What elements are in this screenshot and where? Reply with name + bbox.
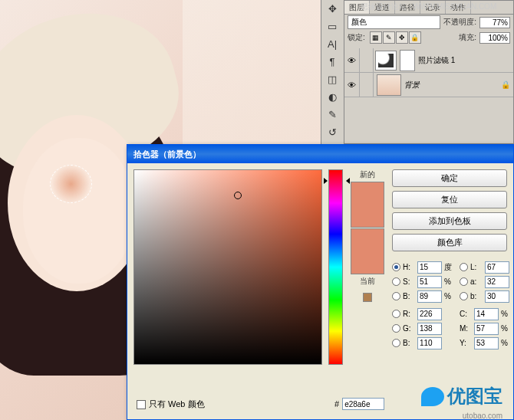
color-lib-button[interactable]: 颜色库: [392, 234, 507, 251]
lock-icon: 🔒: [501, 80, 510, 89]
web-only-checkbox-row[interactable]: 只有 Web 颜色: [137, 399, 205, 410]
b-input[interactable]: [417, 290, 442, 303]
tool-cursor-icon[interactable]: ✥: [321, 0, 343, 18]
lock-label: 锁定:: [348, 32, 365, 43]
web-only-label: 只有 Web 颜色: [149, 399, 205, 410]
y-input[interactable]: [474, 337, 499, 349]
c-input[interactable]: [474, 308, 499, 320]
tools-strip: ✥ ▭ A| ¶ ◫ ◐ ✎ ↺: [321, 0, 344, 144]
radio-bb[interactable]: [392, 339, 400, 347]
g-input[interactable]: [417, 323, 442, 335]
selection-marquee[interactable]: [50, 165, 92, 203]
radio-a[interactable]: [460, 277, 468, 286]
opacity-label: 不透明度:: [443, 17, 476, 28]
radio-s[interactable]: [392, 277, 400, 286]
layers-panel: 图层 通道 路径 记录 动作 颜色 不透明度: 77% 锁定: ▦ ✎ ✥ 🔒 …: [344, 0, 514, 144]
link-cell[interactable]: [360, 48, 374, 73]
s-input[interactable]: [417, 276, 442, 288]
radio-g[interactable]: [392, 324, 400, 333]
mask-thumb[interactable]: [400, 50, 415, 71]
ok-button[interactable]: 确定: [392, 169, 507, 187]
m-input[interactable]: [474, 323, 499, 335]
visibility-icon[interactable]: 👁: [344, 73, 360, 97]
radio-h[interactable]: [392, 263, 400, 271]
tool-channels-icon[interactable]: ◐: [321, 88, 343, 106]
layers-list: 👁 照片滤镜 1 👁 图层 1 👁 背景 🔒: [344, 48, 513, 97]
sv-field[interactable]: [133, 169, 322, 365]
lock-all-icon[interactable]: 🔒: [409, 31, 421, 44]
sv-cursor[interactable]: [234, 192, 242, 199]
fill-input[interactable]: 100%: [479, 32, 510, 44]
watermark-text: 思缘设计论坛 · WWW.MISSYUAN.COM: [361, 2, 496, 12]
lab-b-input[interactable]: [485, 290, 509, 303]
h-input[interactable]: [417, 261, 442, 274]
lock-pixels-icon[interactable]: ✎: [383, 31, 395, 44]
bb-input[interactable]: [417, 337, 442, 349]
lock-position-icon[interactable]: ✥: [396, 31, 408, 44]
websafe-cube-icon[interactable]: [363, 293, 372, 302]
cancel-button[interactable]: 复位: [392, 191, 507, 208]
visibility-icon[interactable]: 👁: [344, 48, 360, 73]
r-input[interactable]: [417, 308, 442, 320]
a-input[interactable]: [485, 276, 509, 288]
blend-mode-select[interactable]: 颜色: [348, 15, 440, 29]
bird-icon: [421, 387, 444, 406]
layer-name[interactable]: 照片滤镜 1: [418, 55, 513, 66]
radio-lab-b[interactable]: [460, 292, 468, 300]
site-logo: 优图宝: [421, 384, 502, 409]
radio-b[interactable]: [392, 292, 400, 300]
tool-paragraph-icon[interactable]: ¶: [321, 53, 343, 71]
layer-row[interactable]: 👁 照片滤镜 1: [344, 48, 513, 73]
swatch-current[interactable]: [351, 228, 384, 274]
dialog-title[interactable]: 拾色器（前景色）: [127, 145, 513, 163]
tool-history-icon[interactable]: ↺: [321, 123, 343, 141]
tool-paths-icon[interactable]: ✎: [321, 106, 343, 123]
layer-row[interactable]: 👁 背景 🔒: [344, 73, 513, 97]
web-only-checkbox[interactable]: [137, 400, 146, 409]
add-swatch-button[interactable]: 添加到色板: [392, 212, 507, 230]
fill-label: 填充:: [459, 32, 476, 43]
current-label: 当前: [360, 276, 375, 287]
tool-frame-icon[interactable]: ▭: [321, 18, 343, 35]
radio-l[interactable]: [460, 263, 468, 271]
logo-text: 优图宝: [447, 384, 502, 409]
color-picker-dialog: 拾色器（前景色） 新的 当前 确定 复位 添加到色板 颜色库 H:度 S:% B…: [127, 144, 514, 420]
tool-layers-icon[interactable]: ◫: [321, 71, 343, 88]
lock-transparency-icon[interactable]: ▦: [370, 31, 382, 44]
new-label: 新的: [360, 169, 375, 180]
hex-hash: #: [334, 399, 339, 409]
radio-r[interactable]: [392, 310, 400, 318]
adjustment-thumb[interactable]: [375, 51, 397, 71]
photo-face: [23, 138, 134, 284]
opacity-input[interactable]: 77%: [479, 17, 510, 28]
logo-subdomain: utobao.com: [463, 412, 502, 420]
tool-text-icon[interactable]: A|: [321, 35, 343, 53]
hue-slider[interactable]: [328, 169, 343, 365]
hex-input[interactable]: [342, 398, 384, 410]
swatch-new: [351, 182, 384, 228]
l-input[interactable]: [485, 261, 509, 274]
hue-cursor[interactable]: [325, 178, 348, 182]
layer-name[interactable]: 背景: [404, 80, 501, 90]
layer-thumb[interactable]: [377, 74, 401, 96]
link-cell[interactable]: [360, 73, 374, 97]
